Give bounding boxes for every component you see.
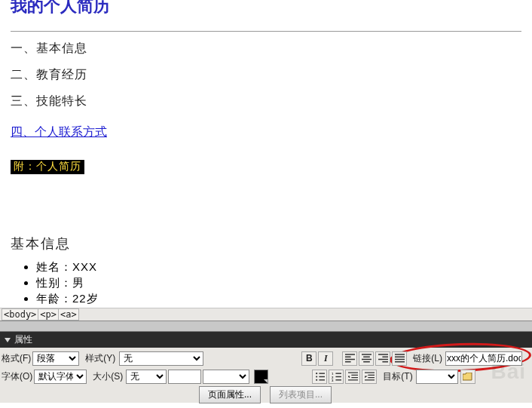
section-skills: 三、技能特长 (11, 94, 521, 109)
align-center-button[interactable] (359, 351, 374, 366)
size-unit-select[interactable] (203, 370, 249, 384)
section-basic: 一、基本信息 (11, 41, 521, 57)
properties-panel-header[interactable]: 属性 (0, 332, 532, 348)
properties-panel: 格式(F) 段落 样式(Y) 无 B I 链接(L) 字体(O) 默认字体 大小… (0, 348, 532, 403)
ordered-list-button[interactable]: 123 (329, 370, 344, 384)
section-education: 二、教育经历 (11, 67, 521, 83)
target-select[interactable] (416, 370, 458, 384)
svg-point-2 (316, 379, 317, 380)
attachment-highlight[interactable]: 附：个人简历 (11, 160, 84, 174)
bold-button[interactable]: B (301, 351, 316, 366)
svg-point-0 (316, 373, 317, 374)
font-label: 字体(O) (2, 370, 32, 383)
panel-title: 属性 (14, 333, 32, 346)
info-list: 姓名：XXX 性别：男 年龄：22岁 (36, 260, 521, 306)
unordered-list-button[interactable] (312, 370, 327, 384)
size-select[interactable]: 无 (126, 370, 167, 384)
tag-body[interactable]: <body> (2, 308, 38, 321)
list-item: 年龄：22岁 (36, 292, 521, 306)
document-canvas[interactable]: 我的个人简历 一、基本信息 二、教育经历 三、技能特长 四、个人联系方式 附：个… (0, 0, 532, 308)
list-item: 姓名：XXX (36, 260, 521, 275)
heading-basic-info: 基本信息 (11, 235, 521, 253)
size-input[interactable] (168, 370, 201, 384)
format-label: 格式(F) (2, 352, 31, 365)
target-label: 目标(T) (383, 370, 412, 383)
text-color-swatch[interactable] (254, 370, 268, 384)
indent-button[interactable] (362, 370, 377, 384)
align-justify-button[interactable] (392, 351, 407, 366)
align-right-button[interactable] (375, 351, 390, 366)
list-item: 性别：男 (36, 276, 521, 290)
style-label: 样式(Y) (85, 352, 115, 365)
format-select[interactable]: 段落 (32, 351, 79, 366)
collapse-triangle-icon[interactable] (5, 338, 11, 342)
italic-button[interactable]: I (318, 351, 333, 366)
align-left-button[interactable] (342, 351, 357, 366)
panel-resize-bar[interactable] (0, 321, 532, 332)
style-select[interactable]: 无 (119, 351, 203, 366)
page-title: 我的个人简历 (11, 0, 521, 17)
link-label: 链接(L) (413, 352, 442, 365)
section-contact-link[interactable]: 四、个人联系方式 (11, 124, 107, 140)
link-input[interactable] (445, 351, 522, 366)
page-properties-button[interactable]: 页面属性... (199, 386, 261, 403)
size-label: 大小(S) (93, 370, 123, 383)
svg-point-1 (316, 376, 317, 377)
title-divider (11, 31, 521, 32)
svg-text:3: 3 (332, 379, 334, 382)
outdent-button[interactable] (345, 370, 360, 384)
tag-p[interactable]: <p> (38, 308, 59, 321)
tag-selector-bar[interactable]: <body><p><a> (0, 308, 532, 321)
list-item-button[interactable]: 列表项目... (270, 386, 332, 403)
tag-a[interactable]: <a> (58, 308, 79, 321)
font-select[interactable]: 默认字体 (34, 370, 87, 384)
browse-folder-button[interactable] (460, 370, 475, 384)
